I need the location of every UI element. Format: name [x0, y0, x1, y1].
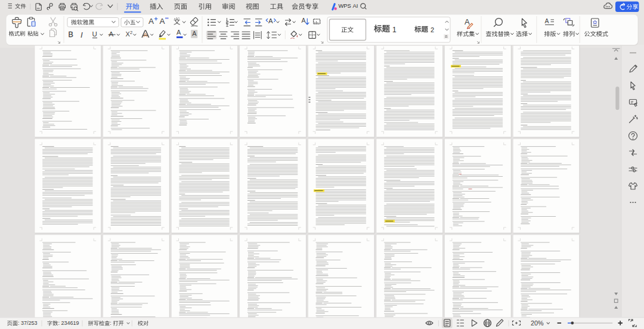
svg-text:A: A: [109, 30, 114, 38]
svg-text:A: A: [148, 17, 154, 26]
svg-text:WPS AI: WPS AI: [339, 2, 358, 9]
svg-text:: 37/253: : 37/253: [18, 320, 38, 326]
svg-text:A: A: [268, 17, 273, 24]
svg-text:20%: 20%: [531, 319, 544, 327]
svg-text:1: 1: [392, 26, 397, 34]
svg-text:U: U: [92, 30, 97, 38]
svg-text:A: A: [302, 17, 306, 24]
svg-text:2: 2: [431, 26, 434, 33]
svg-text:A: A: [545, 17, 549, 24]
svg-text:I: I: [80, 30, 83, 39]
svg-text:: 234619: : 234619: [58, 320, 79, 326]
svg-text:A: A: [177, 29, 181, 36]
svg-text:B: B: [69, 30, 73, 39]
svg-text:A: A: [160, 17, 165, 26]
svg-text:A: A: [465, 17, 470, 26]
svg-text::: :: [110, 320, 112, 326]
svg-text:A: A: [192, 30, 197, 37]
svg-text:2: 2: [130, 30, 132, 35]
